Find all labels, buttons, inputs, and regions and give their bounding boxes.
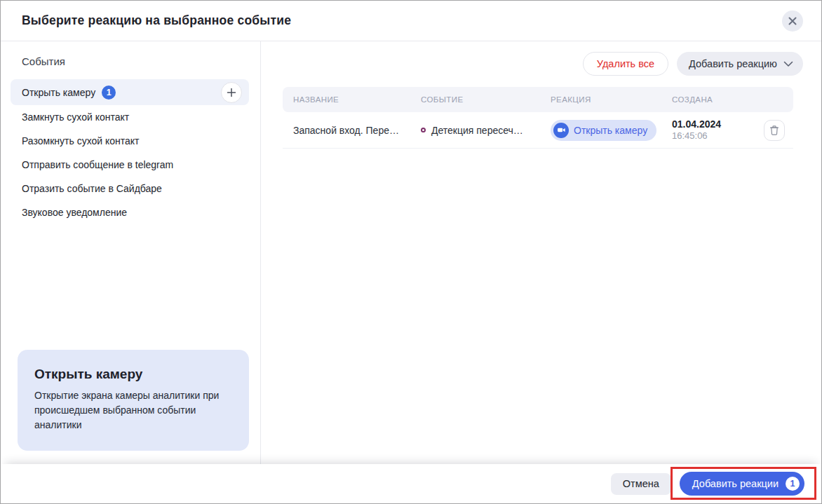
submit-add-reactions-button[interactable]: Добавить реакции 1 (680, 472, 804, 496)
event-item-label: Замкнуть сухой контакт (22, 111, 129, 123)
events-heading: События (22, 55, 249, 67)
submit-button-label: Добавить реакции (692, 478, 779, 489)
dialog-footer: Отмена Добавить реакции 1 (1, 464, 821, 503)
plus-icon (226, 87, 237, 98)
event-item-label: Отправить сообщение в telegram (22, 159, 173, 170)
delete-all-button[interactable]: Удалить все (583, 52, 668, 76)
chevron-down-icon (783, 61, 793, 67)
sidebar-item-open-dry-contact[interactable]: Разомкнуть сухой контакт (11, 129, 249, 153)
dialog-body: События Открыть камеру 1 Замкнуть сухой … (1, 41, 821, 464)
sidebar-item-close-dry-contact[interactable]: Замкнуть сухой контакт (11, 105, 249, 129)
event-item-label: Разомкнуть сухой контакт (22, 135, 140, 147)
event-item-label: Звуковое уведомление (22, 207, 127, 218)
table-row: Запасной вход. Пере… Детекция пересеч… О… (283, 112, 793, 149)
camera-icon (553, 123, 569, 138)
column-header-created: СОЗДАНА (672, 95, 764, 104)
add-reaction-dropdown-button[interactable]: Добавить реакцию (677, 52, 803, 76)
sidebar-item-show-in-sidebar[interactable]: Отразить событие в Сайдбаре (11, 177, 249, 200)
delete-row-button[interactable] (764, 120, 785, 141)
column-header-event: СОБЫТИЕ (421, 95, 551, 104)
column-header-reaction: РЕАКЦИЯ (551, 95, 672, 104)
event-item-label: Открыть камеру (22, 87, 95, 98)
close-icon (788, 16, 797, 26)
reactions-toolbar: Удалить все Добавить реакцию (283, 52, 803, 76)
row-created: 01.04.2024 16:45:06 (672, 118, 764, 142)
info-card-title: Открыть камеру (34, 367, 232, 382)
reactions-table: НАЗВАНИЕ СОБЫТИЕ РЕАКЦИЯ СОЗДАНА Запасно… (283, 87, 793, 149)
sidebar-item-open-camera[interactable]: Открыть камеру 1 (11, 79, 249, 105)
trash-icon (769, 125, 779, 135)
sidebar-item-send-telegram[interactable]: Отправить сообщение в telegram (11, 153, 249, 177)
sidebar-item-sound-notification[interactable]: Звуковое уведомление (11, 200, 249, 224)
dialog-title: Выберите реакцию на выбранное событие (22, 13, 291, 28)
close-button[interactable] (782, 11, 803, 32)
event-count-badge: 1 (102, 86, 116, 100)
dialog-header: Выберите реакцию на выбранное событие (1, 1, 821, 41)
row-event-label: Детекция пересеч… (431, 125, 523, 136)
events-sidebar: События Открыть камеру 1 Замкнуть сухой … (1, 41, 261, 464)
row-event: Детекция пересеч… (421, 125, 551, 136)
event-type-ring-icon (421, 128, 426, 132)
add-reaction-dropdown-label: Добавить реакцию (689, 58, 777, 69)
info-card-description: Открытие экрана камеры аналитики при про… (34, 388, 232, 433)
event-item-label: Отразить событие в Сайдбаре (22, 183, 162, 194)
column-header-name: НАЗВАНИЕ (293, 95, 421, 104)
row-name: Запасной вход. Пере… (293, 125, 421, 136)
cancel-button[interactable]: Отмена (611, 473, 671, 495)
row-reaction-cell: Открыть камеру (551, 120, 672, 141)
add-reaction-plus-button[interactable] (221, 82, 242, 103)
reaction-pill-label: Открыть камеру (574, 125, 647, 136)
reaction-pill[interactable]: Открыть камеру (551, 120, 656, 141)
row-created-time: 16:45:06 (672, 130, 764, 142)
reactions-panel: Удалить все Добавить реакцию НАЗВАНИЕ СО… (261, 41, 821, 464)
submit-count-badge: 1 (786, 477, 800, 491)
reaction-dialog: Выберите реакцию на выбранное событие Со… (0, 0, 822, 504)
row-created-date: 01.04.2024 (672, 118, 764, 130)
table-header-row: НАЗВАНИЕ СОБЫТИЕ РЕАКЦИЯ СОЗДАНА (283, 87, 793, 112)
row-actions-cell (764, 120, 793, 141)
selected-event-info-card: Открыть камеру Открытие экрана камеры ан… (18, 350, 249, 451)
